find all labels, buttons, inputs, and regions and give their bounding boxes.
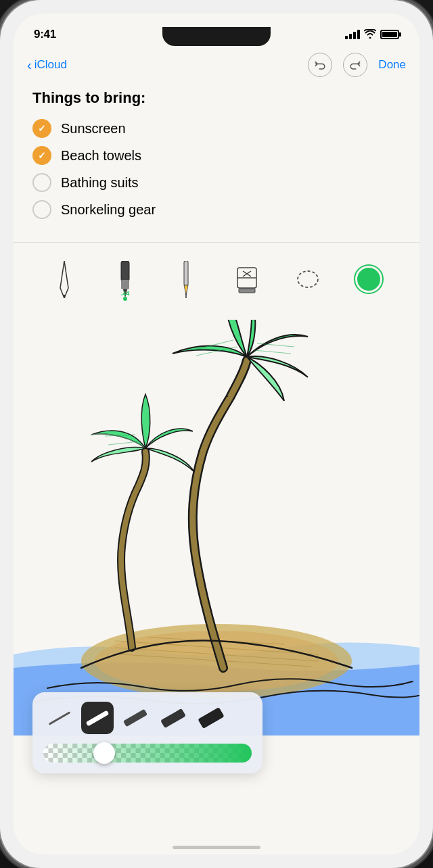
color-circle [357,268,380,291]
notes-content: Things to bring: ✓ Sunscreen ✓ [14,82,419,233]
color-opacity-slider[interactable] [43,744,252,763]
section-divider [14,242,419,243]
svg-rect-28 [239,289,255,293]
phone-screen: 9:41 [14,14,419,854]
color-picker-button[interactable] [352,259,385,299]
svg-marker-24 [184,285,188,295]
list-item: ✓ Sunscreen [32,119,401,138]
stroke-style-thin[interactable] [43,702,76,734]
stroke-style-medium[interactable] [81,702,114,734]
svg-line-11 [254,350,291,354]
item-text-bathing-suits: Bathing suits [61,175,139,191]
checklist: ✓ Sunscreen ✓ Beach towels Bat [32,119,401,219]
stroke-style-thickest[interactable] [195,702,227,734]
svg-rect-21 [121,280,129,289]
note-title: Things to bring: [32,89,401,107]
wifi-icon [364,29,376,41]
stroke-style-popup [32,692,263,773]
phone-frame: 9:41 [0,0,433,868]
list-item: Bathing suits [32,173,401,192]
pencil-tool-button[interactable] [170,259,202,299]
battery-icon [380,30,399,39]
nav-actions: Done [308,53,406,77]
checkbox-bathing-suits[interactable] [32,173,51,192]
chevron-left-icon: ‹ [27,58,32,72]
notch [162,27,271,46]
svg-rect-20 [121,261,129,281]
checkmark-icon: ✓ [38,123,46,134]
lasso-icon [296,267,320,291]
color-slider-container [43,744,252,763]
list-item: ✓ Beach towels [32,146,401,165]
marker-tool-button[interactable]: .44 [109,259,141,299]
stroke-style-thick2[interactable] [157,702,189,734]
status-time: 9:41 [34,28,56,41]
undo-button[interactable] [308,53,332,77]
eraser-tool-button[interactable] [231,259,263,299]
svg-point-31 [298,271,318,287]
pen-tool-button[interactable] [48,259,81,299]
svg-rect-17 [43,744,252,763]
item-text-beach-towels: Beach towels [61,148,141,164]
home-indicator [173,846,260,849]
slider-thumb[interactable] [93,742,115,764]
signal-icon [345,30,360,39]
list-item: Snorkeling gear [32,200,401,219]
lasso-tool-button[interactable] [292,259,324,299]
status-icons [345,29,399,41]
content-area: Things to bring: ✓ Sunscreen ✓ [14,82,419,854]
back-label: iCloud [35,58,67,72]
item-text-snorkeling-gear: Snorkeling gear [61,202,156,218]
done-button[interactable]: Done [378,58,406,72]
svg-rect-23 [184,261,188,285]
pencil-icon [179,261,193,298]
item-text-sunscreen: Sunscreen [61,121,126,137]
stroke-styles-row [43,702,252,734]
svg-line-7 [108,441,139,445]
back-button[interactable]: ‹ iCloud [27,58,67,72]
svg-marker-18 [60,261,68,298]
eraser-icon [236,264,258,295]
checklist-wrapper: Things to bring: ✓ Sunscreen ✓ [14,82,419,243]
drawing-toolbar: .44 [14,252,419,320]
redo-button[interactable] [343,53,367,77]
stroke-style-thick1[interactable] [119,702,152,734]
checkbox-beach-towels[interactable]: ✓ [32,146,51,165]
pen-icon [57,261,72,298]
checkbox-snorkeling-gear[interactable] [32,200,51,219]
nav-bar: ‹ iCloud Done [14,47,419,82]
checkmark-icon: ✓ [38,150,46,161]
checkbox-sunscreen[interactable]: ✓ [32,119,51,138]
